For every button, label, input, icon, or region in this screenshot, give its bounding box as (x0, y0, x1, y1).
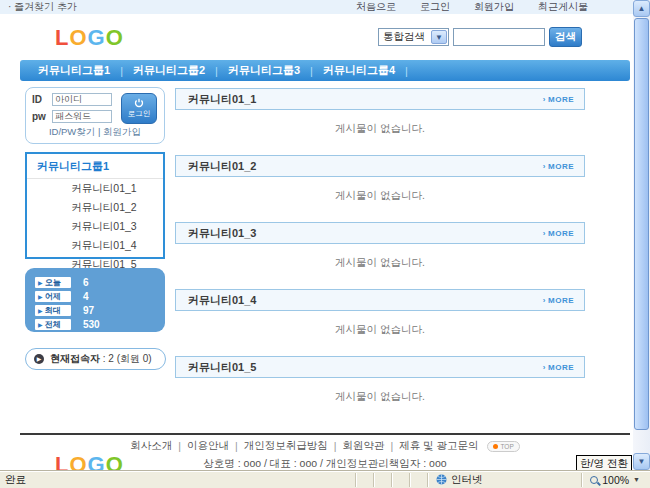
find-idpw-join-links[interactable]: ID/PW찾기 | 회원가입 (26, 126, 164, 139)
more-label: MORE (548, 95, 574, 104)
stat-chip: ▶최대 (35, 305, 71, 316)
orange-dot-icon (493, 444, 498, 449)
scroll-to-top-button[interactable]: TOP (487, 441, 520, 452)
zoom-control[interactable]: 100% ▼ (581, 473, 650, 487)
more-link[interactable]: ›MORE (543, 363, 574, 372)
more-link[interactable]: ›MORE (543, 296, 574, 305)
top-link-join[interactable]: 회원가입 (474, 0, 514, 14)
section-header-community01-3: 커뮤니티01_3 ›MORE (175, 222, 585, 244)
top-link-recent[interactable]: 최근게시물 (538, 0, 588, 14)
top-utility-bar: · 즐겨찾기 추가 처음으로 로그인 회원가입 최근게시물 (0, 0, 633, 14)
sidebar-item-community01-2[interactable]: 커뮤니티01_2 (27, 198, 163, 217)
status-cell (391, 473, 409, 487)
more-link[interactable]: ›MORE (543, 162, 574, 171)
current-visitors-box: ▶ 현재접속자 : 2 (회원 0) (25, 348, 166, 370)
stat-row-total: ▶전체 530 (35, 317, 165, 331)
footer-separator: | (334, 440, 337, 452)
nav-item-group1[interactable]: 커뮤니티그룹1 (38, 63, 110, 78)
empty-message: 게시물이 없습니다. (175, 122, 585, 136)
footer-link-ads[interactable]: 제휴 및 광고문의 (399, 439, 478, 453)
footer-link-guide[interactable]: 이용안내 (187, 439, 229, 453)
arrow-icon: ▶ (38, 279, 43, 286)
korean-english-toggle-button[interactable]: 한/영 전환 (576, 455, 632, 471)
more-label: MORE (548, 363, 574, 372)
site-logo[interactable]: LOGO (55, 25, 124, 51)
logo-letter: O (69, 25, 87, 50)
magnifier-icon (590, 476, 598, 484)
more-link[interactable]: ›MORE (543, 229, 574, 238)
section-title: 커뮤니티01_4 (188, 293, 256, 308)
arrow-icon: ▶ (38, 293, 43, 300)
chevron-right-icon: › (543, 296, 546, 305)
footer-divider (20, 433, 630, 435)
status-cell (373, 473, 391, 487)
status-cell (409, 473, 427, 487)
nav-item-group3[interactable]: 커뮤니티그룹3 (228, 63, 300, 78)
stat-value: 97 (83, 305, 94, 316)
add-favorite-link[interactable]: · 즐겨찾기 추가 (0, 0, 77, 14)
section-title: 커뮤니티01_5 (188, 360, 256, 375)
status-text: 완료 (0, 473, 355, 487)
arrow-icon: ▶ (38, 307, 43, 314)
empty-message: 게시물이 없습니다. (175, 256, 585, 270)
nav-item-group2[interactable]: 커뮤니티그룹2 (133, 63, 205, 78)
stat-label: 어제 (45, 291, 61, 302)
login-button-label: 로그인 (128, 109, 151, 119)
search-category-select[interactable]: 통합검색 ▼ (378, 28, 449, 46)
chevron-right-icon: › (543, 229, 546, 238)
section-title: 커뮤니티01_3 (188, 226, 256, 241)
section-header-community01-2: 커뮤니티01_2 ›MORE (175, 155, 585, 177)
stat-value: 4 (83, 291, 89, 302)
chevron-down-icon: ▼ (431, 30, 447, 44)
nav-separator: | (310, 65, 313, 77)
company-info: 상호명 : ooo / 대표 : ooo / 개인정보관리책임자 : ooo (20, 457, 630, 471)
power-icon (134, 98, 144, 108)
visit-stats-box: ▶오늘 6 ▶어제 4 ▶최대 97 ▶전체 530 (25, 268, 165, 332)
stat-row-today: ▶오늘 6 (35, 275, 165, 289)
footer-links: 회사소개 | 이용안내 | 개인정보취급방침 | 회원약관 | 제휴 및 광고문… (20, 439, 630, 453)
scroll-up-button[interactable]: ▲ (633, 0, 650, 17)
sidebar-item-community01-3[interactable]: 커뮤니티01_3 (27, 217, 163, 236)
chevron-right-icon: › (543, 363, 546, 372)
stat-row-yesterday: ▶어제 4 (35, 289, 165, 303)
stat-value: 6 (83, 277, 89, 288)
footer-separator: | (390, 440, 393, 452)
footer-link-about[interactable]: 회사소개 (130, 439, 172, 453)
scroll-down-button[interactable]: ▼ (633, 453, 650, 470)
pw-field[interactable] (52, 110, 112, 123)
search-button[interactable]: 검색 (549, 27, 582, 47)
scrollbar-thumb[interactable] (634, 18, 649, 430)
sidebar-item-community01-1[interactable]: 커뮤니티01_1 (27, 179, 163, 198)
zoom-level: 100% (602, 474, 629, 486)
empty-message: 게시물이 없습니다. (175, 390, 585, 404)
stat-row-max: ▶최대 97 (35, 303, 165, 317)
stat-chip: ▶어제 (35, 291, 71, 302)
top-link-home[interactable]: 처음으로 (356, 0, 396, 14)
section-title: 커뮤니티01_2 (188, 159, 256, 174)
top-links: 처음으로 로그인 회원가입 최근게시물 (356, 0, 633, 14)
vertical-scrollbar[interactable]: ▲ ▼ (633, 0, 650, 470)
stat-label: 오늘 (45, 277, 61, 288)
top-link-login[interactable]: 로그인 (420, 0, 450, 14)
login-button[interactable]: 로그인 (121, 93, 157, 124)
stat-chip: ▶전체 (35, 319, 71, 330)
sidebar-item-community01-4[interactable]: 커뮤니티01_4 (27, 236, 163, 255)
footer-link-privacy[interactable]: 개인정보취급방침 (244, 439, 328, 453)
more-link[interactable]: ›MORE (543, 95, 574, 104)
id-label: ID (32, 94, 48, 105)
logo-letter: G (88, 25, 106, 50)
section-title: 커뮤니티01_1 (188, 92, 256, 107)
sidebar-menu-title[interactable]: 커뮤니티그룹1 (27, 154, 163, 179)
more-label: MORE (548, 229, 574, 238)
search-input[interactable] (453, 28, 545, 46)
nav-separator: | (405, 65, 408, 77)
status-bar: 완료 인터넷 100% ▼ (0, 470, 650, 488)
login-id-row: ID (32, 93, 112, 106)
nav-item-group4[interactable]: 커뮤니티그룹4 (323, 63, 395, 78)
globe-icon (436, 474, 447, 485)
footer-link-terms[interactable]: 회원약관 (342, 439, 384, 453)
top-badge-label: TOP (501, 443, 514, 450)
more-label: MORE (548, 296, 574, 305)
id-field[interactable] (52, 93, 112, 106)
stat-chip: ▶오늘 (35, 277, 71, 288)
